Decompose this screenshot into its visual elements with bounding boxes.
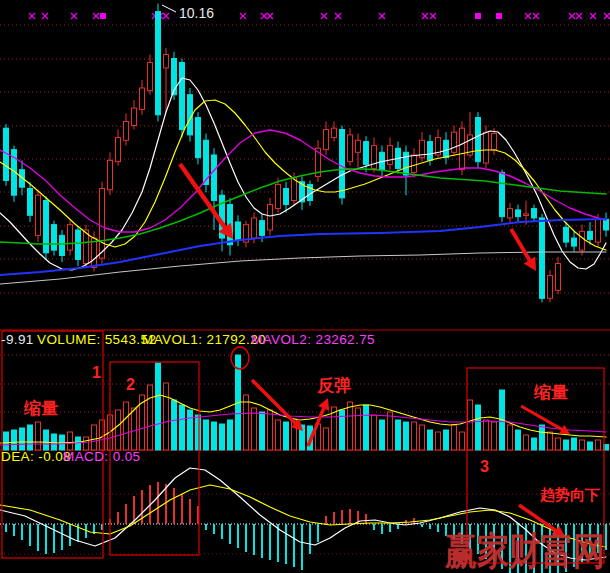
candle-body <box>556 264 561 291</box>
volume-bar <box>156 363 161 450</box>
candle-body <box>532 209 537 218</box>
volume-bar <box>172 400 177 450</box>
volume-bar <box>324 428 329 450</box>
candle-body <box>572 238 577 246</box>
volume-bar <box>444 430 449 450</box>
candle-body <box>524 214 529 216</box>
candle-body <box>68 225 73 250</box>
volume-bar <box>548 432 553 450</box>
volume-value-label[interactable]: VOLUME: 5543.52 <box>37 332 156 347</box>
volume-bar <box>188 410 193 450</box>
volume-bar <box>220 424 225 450</box>
candle-body <box>348 135 353 162</box>
candle-body <box>60 235 65 255</box>
ma-line-ma250 <box>0 219 606 275</box>
volume-bar <box>364 405 369 450</box>
candle-body <box>580 231 585 250</box>
mavol2-value-label[interactable]: MAVOL2: 23262.75 <box>251 332 375 347</box>
candle-body <box>540 218 545 298</box>
candle-body <box>324 130 329 150</box>
candle-body <box>508 209 513 218</box>
candle-body <box>108 160 113 189</box>
annotation-box2-number: 2 <box>126 376 135 393</box>
mavol1-value-label[interactable]: MAVOL1: 21792.20 <box>142 332 266 347</box>
volume-bar <box>572 438 577 450</box>
volume-bar <box>68 432 73 450</box>
volume-bar <box>452 425 457 450</box>
candle-body <box>156 12 161 115</box>
candle-body <box>260 221 265 236</box>
peak-price-pointer <box>162 5 176 12</box>
volume-bar <box>540 425 545 450</box>
volume-bar <box>244 395 249 450</box>
volume-bar <box>596 440 601 450</box>
annotation-shrink-volume-right: 缩量 <box>533 383 568 402</box>
volume-bar <box>196 415 201 450</box>
volume-bar <box>92 425 97 450</box>
candle-body <box>252 218 257 238</box>
candle-body <box>364 142 369 165</box>
candle-body <box>412 155 417 172</box>
volume-bar <box>460 432 465 450</box>
candle-body <box>428 142 433 161</box>
candle-body <box>132 108 137 125</box>
volume-bar <box>556 438 561 450</box>
volume-bar <box>564 440 569 450</box>
candle-body <box>148 63 153 91</box>
candle-body <box>564 227 569 242</box>
volume-bar <box>212 422 217 450</box>
candle-body <box>460 128 465 170</box>
candle-body <box>92 238 97 267</box>
volume-bar <box>36 422 41 450</box>
volume-bar <box>44 430 49 450</box>
volume-bar <box>476 405 481 450</box>
candle-body <box>604 219 609 230</box>
chart-canvas: 10.16 -9.91 VOLUME: 5543.52 MAVOL1: 2179… <box>0 0 610 573</box>
candle-body <box>356 140 361 152</box>
volume-bar <box>524 435 529 450</box>
volume-bar <box>436 432 441 450</box>
candle-body <box>292 178 297 201</box>
stock-chart-app: 10.16 -9.91 VOLUME: 5543.52 MAVOL1: 2179… <box>0 0 610 573</box>
candle-body <box>268 205 273 230</box>
candle-body <box>492 134 497 150</box>
candle-body <box>180 63 185 130</box>
volume-pane-left-value: -9.91 <box>1 332 34 347</box>
candle-body <box>588 231 593 239</box>
candle-body <box>404 152 409 175</box>
volume-bar <box>396 420 401 450</box>
candle-body <box>340 130 345 198</box>
volume-bar <box>180 405 185 450</box>
volume-bar <box>164 383 169 450</box>
candle-body <box>596 219 601 242</box>
signal-marker-icon <box>496 13 502 19</box>
volume-bar <box>12 430 17 450</box>
volume-bar <box>508 425 513 450</box>
candle-body <box>28 188 33 215</box>
macd-value-label[interactable]: MACD: 0.05 <box>63 449 141 464</box>
candle-body <box>100 188 105 258</box>
signal-marker-icon <box>100 13 106 19</box>
volume-bar <box>348 402 353 450</box>
volume-bar <box>516 430 521 450</box>
candle-body <box>140 88 145 109</box>
volume-bar <box>388 412 393 450</box>
signal-marker-icon <box>475 13 481 19</box>
annotation-box3-number: 3 <box>480 458 489 475</box>
candle-body <box>484 132 489 163</box>
candle-body <box>516 210 521 217</box>
volume-bar <box>204 420 209 450</box>
volume-bar <box>588 442 593 450</box>
candle-body <box>444 140 449 157</box>
candle-body <box>116 138 121 162</box>
candle-body <box>76 230 81 259</box>
candle-body <box>372 146 377 169</box>
volume-bar <box>492 422 497 450</box>
volume-bar <box>116 410 121 450</box>
volume-bar <box>260 412 265 450</box>
peak-price-label: 10.16 <box>179 5 214 21</box>
dea-value-label[interactable]: DEA: -0.08 <box>1 449 71 464</box>
annotation-box1-number: 1 <box>92 364 101 381</box>
candle-body <box>164 54 169 67</box>
volume-bar <box>284 422 289 450</box>
